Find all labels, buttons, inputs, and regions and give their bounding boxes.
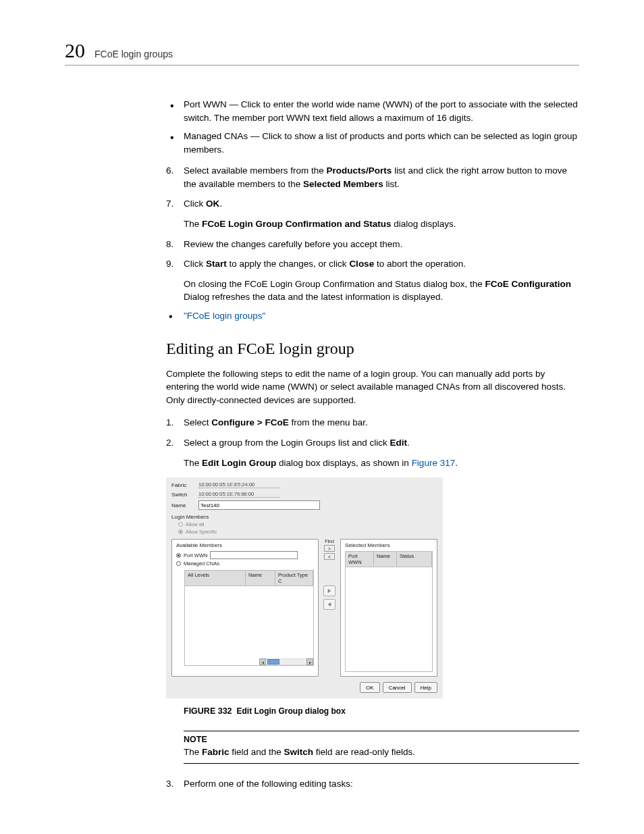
- login-members-label: Login Members: [171, 514, 437, 520]
- port-wwn-input[interactable]: [210, 551, 298, 559]
- scroll-right-icon[interactable]: ▸: [306, 658, 313, 665]
- step-item: 2.Select a group from the Login Groups l…: [166, 436, 579, 469]
- horizontal-scrollbar[interactable]: ◂ ▸: [259, 658, 313, 665]
- step-item: 6.Select available members from the Prod…: [166, 164, 579, 190]
- managed-cnas-radio[interactable]: Managed CNAs: [176, 561, 314, 567]
- page-header: 20 FCoE login groups: [65, 39, 579, 66]
- step-item: 7.Click OK.The FCoE Login Group Confirma…: [166, 197, 579, 230]
- bullet-item: Managed CNAs — Click to show a list of p…: [184, 130, 579, 156]
- selected-table-header: Port WWN Name Status: [345, 551, 433, 567]
- allow-all-radio[interactable]: Allow all: [178, 521, 437, 527]
- cancel-button[interactable]: Cancel: [383, 682, 412, 693]
- note-body: The Fabric field and the Switch field ar…: [184, 746, 579, 759]
- note-title: NOTE: [184, 734, 579, 746]
- name-label: Name: [171, 502, 194, 509]
- find-prev-button[interactable]: <: [324, 553, 335, 560]
- switch-label: Switch: [171, 492, 194, 498]
- find-next-button[interactable]: >: [324, 545, 335, 552]
- fcoe-login-groups-link[interactable]: "FCoE login groups": [184, 311, 265, 321]
- toc-item: "FCoE login groups": [166, 311, 579, 321]
- step-item: 9.Click Start to apply the changes, or c…: [166, 257, 579, 304]
- section-intro: Complete the following steps to edit the…: [166, 367, 579, 407]
- available-table-header: All Levels Name Product Type C: [184, 570, 314, 586]
- fabric-value: 10:00:00:05:1E:E5:24:00: [198, 481, 279, 488]
- related-link-list: "FCoE login groups": [166, 311, 579, 321]
- selected-members-panel: Selected Members Port WWN Name Status: [340, 539, 437, 677]
- chevron-right-icon: [327, 588, 332, 594]
- ok-button[interactable]: OK: [360, 682, 380, 693]
- available-members-panel: Available Members Port WWN Managed CNAs …: [171, 539, 319, 677]
- sub-bullet-list: Port WWN — Click to enter the world wide…: [166, 98, 579, 156]
- name-input[interactable]: [198, 500, 320, 510]
- chapter-title: FCoE login groups: [95, 49, 173, 59]
- find-label: Find: [325, 539, 334, 544]
- available-members-label: Available Members: [176, 542, 314, 548]
- step-item: 8.Review the changes carefully before yo…: [166, 238, 579, 251]
- move-right-button[interactable]: [323, 585, 336, 596]
- numbered-steps-a: 6.Select available members from the Prod…: [166, 164, 579, 304]
- fabric-label: Fabric: [171, 482, 194, 488]
- figure-container: Fabric 10:00:00:05:1E:E5:24:00 Switch 10…: [166, 477, 579, 698]
- move-left-button[interactable]: [323, 599, 336, 610]
- transfer-controls: Find > <: [321, 539, 338, 677]
- note-block: NOTE The Fabric field and the Switch fie…: [184, 731, 579, 763]
- chevron-left-icon: [327, 602, 332, 607]
- port-wwn-radio[interactable]: Port WWN: [176, 551, 314, 559]
- step-item: 1.Select Configure > FCoE from the menu …: [166, 416, 579, 429]
- scroll-left-icon[interactable]: ◂: [259, 658, 266, 665]
- chapter-number: 20: [65, 39, 85, 62]
- bullet-item: Port WWN — Click to enter the world wide…: [184, 98, 579, 124]
- section-heading: Editing an FCoE login group: [166, 340, 579, 358]
- edit-login-group-dialog: Fabric 10:00:00:05:1E:E5:24:00 Switch 10…: [166, 477, 443, 698]
- numbered-steps-b: 1.Select Configure > FCoE from the menu …: [166, 416, 579, 469]
- switch-value: 10:00:00:05:1E:76:86:00: [198, 491, 279, 498]
- figure-caption: FIGURE 332 Edit Login Group dialog box: [166, 706, 579, 716]
- selected-table-body: [345, 567, 433, 672]
- available-table-body: ◂ ▸: [184, 586, 314, 666]
- help-button[interactable]: Help: [414, 682, 437, 693]
- allow-specific-radio[interactable]: Allow Specific: [178, 529, 437, 535]
- numbered-steps-c: 3.Perform one of the following editing t…: [166, 777, 579, 791]
- selected-members-label: Selected Members: [345, 542, 433, 548]
- step-item: 3.Perform one of the following editing t…: [166, 777, 579, 791]
